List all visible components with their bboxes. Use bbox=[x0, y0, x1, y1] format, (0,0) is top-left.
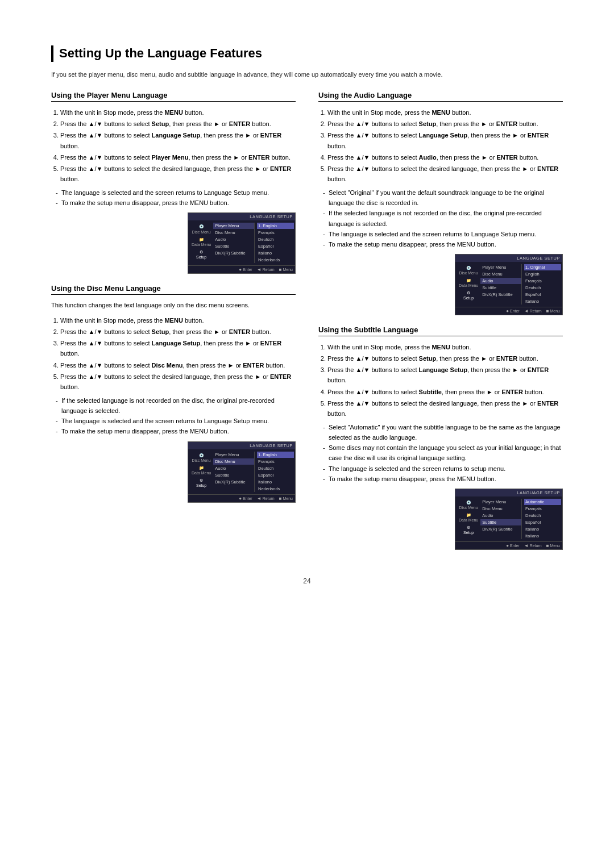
footer-menu: ■Menu bbox=[279, 267, 293, 272]
menu-right-item: Español bbox=[257, 472, 294, 478]
menu-screenshot-disc: LANGUAGE SETUP 💿 Disc Menu 📁 Data Menu bbox=[188, 441, 296, 503]
list-item: Press the ▲/▼ buttons to select Player M… bbox=[60, 152, 296, 162]
menu-right: 1. English Français Deutsch Español Ital… bbox=[254, 223, 294, 263]
menu-right-item: Italiano bbox=[524, 298, 561, 304]
menu-footer: ●Enter ◄Return ■Menu bbox=[188, 265, 295, 273]
footer-enter: ●Enter bbox=[239, 267, 252, 272]
enter-icon: ● bbox=[239, 496, 242, 501]
menu-row-disc-menu: Disc Menu bbox=[480, 506, 521, 512]
menu-icons: 💿 Disc Menu 📁 Data Menu ⚙ Setup bbox=[189, 452, 213, 492]
menu-right-item: Nederlands bbox=[257, 257, 294, 263]
data-menu-icon: 📁 Data Menu bbox=[192, 465, 211, 475]
menu-header: LANGUAGE SETUP bbox=[188, 442, 295, 449]
menu-icon: ■ bbox=[546, 543, 549, 548]
menu-row-audio: Audio bbox=[480, 278, 521, 284]
list-item: Press the ▲/▼ buttons to select Language… bbox=[327, 365, 563, 385]
disc-menu-icon: 💿 Disc Menu bbox=[459, 265, 478, 276]
setup-icon: ⚙ Setup bbox=[192, 249, 211, 260]
menu-footer: ●Enter ◄Return ■Menu bbox=[455, 541, 562, 549]
menu-row-subtitle: Subtitle bbox=[480, 285, 521, 291]
footer-menu: ■Menu bbox=[279, 496, 293, 501]
footer-return: ◄Return bbox=[524, 308, 542, 314]
list-item: With the unit in Stop mode, press the ME… bbox=[327, 342, 563, 352]
menu-right-item: Nederlands bbox=[257, 486, 294, 492]
player-menu-steps: With the unit in Stop mode, press the ME… bbox=[51, 107, 296, 184]
return-icon: ◄ bbox=[524, 543, 529, 548]
list-item: The language is selected and the screen … bbox=[323, 229, 563, 239]
enter-icon: ● bbox=[506, 308, 509, 314]
list-item: Press the ▲/▼ buttons to select Language… bbox=[60, 338, 296, 358]
player-menu-bullets: The language is selected and the screen … bbox=[51, 187, 296, 208]
list-item: To make the setup menu disappear, press … bbox=[56, 426, 296, 436]
setup-icon: ⚙ Setup bbox=[459, 290, 478, 301]
list-item: Press the ▲/▼ buttons to select Language… bbox=[60, 130, 296, 151]
disc-menu-icon: 💿 Disc Menu bbox=[192, 453, 211, 463]
list-item: Press the ▲/▼ buttons to select Setup, t… bbox=[327, 353, 563, 364]
disc-menu-icon: 💿 Disc Menu bbox=[459, 500, 478, 510]
setup-icon: ⚙ Setup bbox=[459, 525, 478, 535]
menu-footer: ●Enter ◄Return ■Menu bbox=[455, 307, 562, 315]
section-title-disc-menu: Using the Disc Menu Language bbox=[51, 284, 296, 295]
disc-menu-desc: This function changes the text language … bbox=[51, 301, 296, 311]
menu-center: Player Menu Disc Menu Audio Subtitle Div… bbox=[480, 499, 521, 539]
list-item: Press the ▲/▼ buttons to select Setup, t… bbox=[60, 119, 296, 129]
list-item: To make the setup menu disappear, press … bbox=[323, 239, 563, 249]
page-content: Setting Up the Language Features If you … bbox=[51, 45, 563, 585]
menu-icons: 💿 Disc Menu 📁 Data Menu ⚙ Setup bbox=[457, 499, 480, 539]
footer-return: ◄Return bbox=[257, 267, 275, 272]
list-item: To make the setup menu disappear, press … bbox=[323, 474, 563, 484]
data-menu-icon: 📁 Data Menu bbox=[459, 278, 478, 288]
menu-body: 💿 Disc Menu 📁 Data Menu ⚙ Setup bbox=[455, 262, 562, 307]
menu-row-disc-menu: Disc Menu bbox=[213, 229, 254, 236]
menu-center: Player Menu Disc Menu Audio Subtitle Div… bbox=[213, 452, 254, 492]
menu-body: 💿 Disc Menu 📁 Data Menu ⚙ Setup bbox=[188, 449, 295, 494]
menu-row-audio: Audio bbox=[213, 465, 254, 471]
menu-row-audio: Audio bbox=[213, 236, 254, 243]
menu-right: 1. English Français Deutsch Español Ital… bbox=[254, 452, 294, 492]
intro-text: If you set the player menu, disc menu, a… bbox=[51, 70, 563, 80]
footer-menu: ■Menu bbox=[546, 543, 560, 548]
menu-right-item: Deutsch bbox=[257, 236, 294, 243]
menu-center: Player Menu Disc Menu Audio Subtitle Div… bbox=[213, 223, 254, 263]
menu-icons: 💿 Disc Menu 📁 Data Menu ⚙ Setup bbox=[457, 264, 480, 304]
list-item: Some discs may not contain the language … bbox=[323, 443, 563, 463]
menu-right-item: English bbox=[524, 271, 561, 277]
list-item: Press the ▲/▼ buttons to select Setup, t… bbox=[327, 119, 563, 129]
menu-right-item: Español bbox=[524, 519, 561, 525]
menu-row-divx: DivX(R) Subtitle bbox=[213, 250, 254, 256]
menu-body: 💿 Disc Menu 📁 Data Menu ⚙ Setup bbox=[188, 220, 295, 265]
right-column: Using the Audio Language With the unit i… bbox=[318, 91, 563, 560]
return-icon: ◄ bbox=[524, 308, 529, 314]
subtitle-language-steps: With the unit in Stop mode, press the ME… bbox=[318, 342, 563, 419]
section-player-menu: Using the Player Menu Language With the … bbox=[51, 91, 296, 274]
menu-screenshot-player: LANGUAGE SETUP 💿 Disc Menu 📁 Data Menu bbox=[188, 212, 296, 274]
menu-row-player-menu: Player Menu bbox=[213, 452, 254, 458]
list-item: If the selected language is not recorded… bbox=[323, 208, 563, 228]
menu-row-disc-menu: Disc Menu bbox=[213, 458, 254, 465]
menu-screenshot-subtitle: LANGUAGE SETUP 💿 Disc Menu 📁 Data Menu bbox=[455, 489, 563, 550]
enter-icon: ● bbox=[506, 543, 509, 548]
menu-icons: 💿 Disc Menu 📁 Data Menu ⚙ Setup bbox=[189, 223, 213, 263]
menu-body: 💿 Disc Menu 📁 Data Menu ⚙ Setup bbox=[455, 496, 562, 541]
menu-right-item: Deutsch bbox=[524, 285, 561, 291]
list-item: With the unit in Stop mode, press the ME… bbox=[327, 107, 563, 118]
footer-return: ◄Return bbox=[257, 496, 275, 501]
menu-right-item: Español bbox=[524, 291, 561, 298]
footer-enter: ●Enter bbox=[506, 308, 520, 314]
list-item: Press the ▲/▼ buttons to select Setup, t… bbox=[60, 327, 296, 337]
enter-icon: ● bbox=[239, 267, 242, 272]
list-item: Select "Automatic" if you want the subti… bbox=[323, 422, 563, 443]
menu-row-player-menu: Player Menu bbox=[480, 264, 521, 270]
menu-right-item: 1. English bbox=[257, 452, 294, 458]
menu-row-disc-menu: Disc Menu bbox=[480, 271, 521, 277]
menu-right-item: Deutsch bbox=[257, 465, 294, 471]
left-column: Using the Player Menu Language With the … bbox=[51, 91, 296, 560]
list-item: The language is selected and the screen … bbox=[56, 416, 296, 426]
list-item: The language is selected and the screen … bbox=[323, 464, 563, 474]
list-item: If the selected language is not recorded… bbox=[56, 395, 296, 416]
return-icon: ◄ bbox=[257, 267, 262, 272]
menu-right-item: Deutsch bbox=[524, 512, 561, 519]
menu-screenshot-audio: LANGUAGE SETUP 💿 Disc Menu 📁 Data Menu bbox=[455, 254, 563, 315]
menu-right-item: Español bbox=[257, 243, 294, 249]
menu-right-item: Français bbox=[524, 506, 561, 512]
